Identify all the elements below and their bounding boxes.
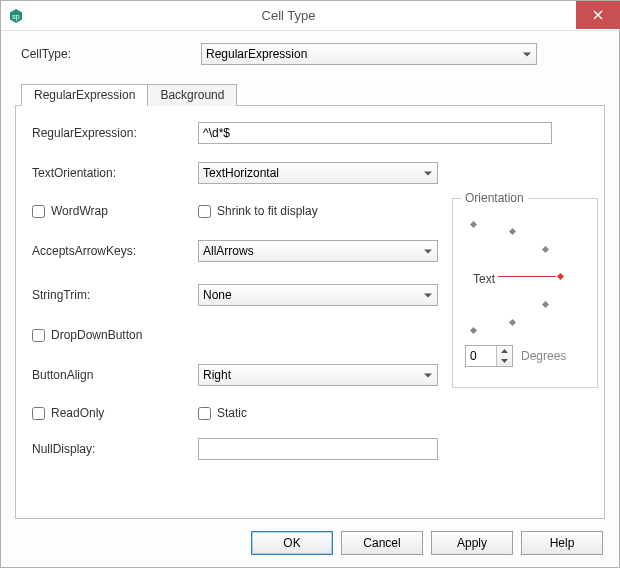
dropdown-checkbox-row[interactable]: DropDownButton — [32, 328, 198, 342]
wordwrap-checkbox-row[interactable]: WordWrap — [32, 204, 198, 218]
wordwrap-checkbox[interactable] — [32, 205, 45, 218]
buttonalign-label: ButtonAlign — [32, 368, 198, 382]
nulldisplay-label: NullDisplay: — [32, 442, 198, 456]
form-grid: RegularExpression: TextOrientation: Text… — [32, 122, 588, 460]
static-checkbox[interactable] — [198, 407, 211, 420]
client-area: CellType: RegularExpression RegularExpre… — [1, 31, 619, 567]
tabstrip: RegularExpression Background — [15, 83, 605, 105]
shrink-checkbox[interactable] — [198, 205, 211, 218]
help-button[interactable]: Help — [521, 531, 603, 555]
window-title: Cell Type — [31, 8, 576, 23]
degrees-row: Degrees — [465, 345, 587, 367]
readonly-label: ReadOnly — [51, 406, 104, 420]
tabpanel: RegularExpression: TextOrientation: Text… — [15, 105, 605, 519]
tab-background[interactable]: Background — [147, 84, 237, 106]
cancel-button[interactable]: Cancel — [341, 531, 423, 555]
degrees-input[interactable] — [466, 346, 496, 366]
apply-button[interactable]: Apply — [431, 531, 513, 555]
dial-dot[interactable] — [542, 301, 549, 308]
dial-dot[interactable] — [509, 228, 516, 235]
buttonalign-select[interactable]: Right — [198, 364, 438, 386]
spinner-arrows[interactable] — [496, 346, 512, 366]
shrink-checkbox-row[interactable]: Shrink to fit display — [198, 204, 438, 218]
dropdown-checkbox[interactable] — [32, 329, 45, 342]
dial-dot[interactable] — [542, 246, 549, 253]
static-label: Static — [217, 406, 247, 420]
readonly-checkbox-row[interactable]: ReadOnly — [32, 406, 198, 420]
app-icon: sp — [7, 7, 25, 25]
orientation-text-label: Text — [473, 272, 495, 286]
titlebar: sp Cell Type — [1, 1, 619, 31]
close-button[interactable] — [576, 1, 620, 29]
regex-label: RegularExpression: — [32, 126, 198, 140]
textorientation-label: TextOrientation: — [32, 166, 198, 180]
degrees-spinner[interactable] — [465, 345, 513, 367]
celltype-select[interactable]: RegularExpression — [201, 43, 537, 65]
wordwrap-label: WordWrap — [51, 204, 108, 218]
stringtrim-label: StringTrim: — [32, 288, 198, 302]
spin-up-icon[interactable] — [497, 346, 512, 356]
readonly-checkbox[interactable] — [32, 407, 45, 420]
static-checkbox-row[interactable]: Static — [198, 406, 438, 420]
nulldisplay-input[interactable] — [198, 438, 438, 460]
celltype-row: CellType: RegularExpression — [15, 43, 605, 65]
ok-button[interactable]: OK — [251, 531, 333, 555]
acceptsarrow-label: AcceptsArrowKeys: — [32, 244, 198, 258]
dial-dot[interactable] — [470, 221, 477, 228]
orientation-group: Orientation Text — [452, 198, 598, 388]
dialog-button-row: OK Cancel Apply Help — [15, 519, 605, 557]
dropdown-label: DropDownButton — [51, 328, 142, 342]
tab-regularexpression[interactable]: RegularExpression — [21, 84, 148, 106]
svg-text:sp: sp — [12, 13, 20, 21]
acceptsarrow-select[interactable]: AllArrows — [198, 240, 438, 262]
celltype-select-wrapper: RegularExpression — [201, 43, 537, 65]
orientation-legend: Orientation — [461, 191, 528, 205]
textorientation-select[interactable]: TextHorizontal — [198, 162, 438, 184]
regex-input[interactable] — [198, 122, 552, 144]
orientation-dial[interactable]: Text — [465, 217, 585, 337]
dialog-window: sp Cell Type CellType: RegularExpression… — [0, 0, 620, 568]
celltype-label: CellType: — [21, 47, 201, 61]
dial-dot[interactable] — [470, 327, 477, 334]
stringtrim-select[interactable]: None — [198, 284, 438, 306]
shrink-label: Shrink to fit display — [217, 204, 318, 218]
dial-dot[interactable] — [509, 319, 516, 326]
dial-dot-active[interactable] — [557, 273, 564, 280]
spin-down-icon[interactable] — [497, 356, 512, 366]
orientation-indicator-line — [498, 276, 556, 277]
degrees-label: Degrees — [521, 349, 566, 363]
